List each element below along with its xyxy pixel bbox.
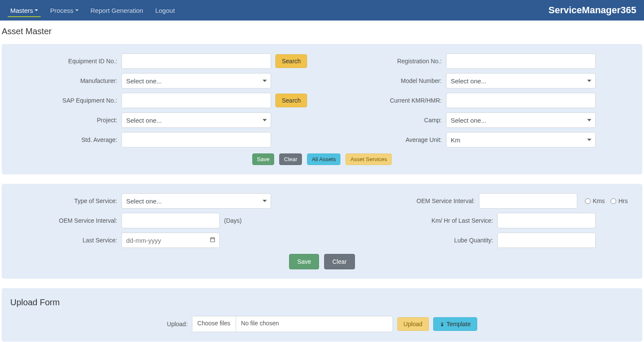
service-panel: Type of Service: OEM Service Interval: K… — [2, 184, 642, 279]
project-label: Project: — [10, 117, 121, 124]
download-icon — [440, 321, 445, 327]
km-hr-last-service-input[interactable] — [497, 213, 596, 228]
sap-equipment-no-label: SAP Equipment No.: — [10, 97, 121, 104]
save-button[interactable]: Save — [252, 153, 275, 165]
sap-equipment-search-button[interactable]: Search — [275, 94, 307, 107]
service-save-button[interactable]: Save — [289, 254, 319, 269]
model-number-label: Model Number: — [335, 77, 446, 84]
std-average-input[interactable] — [121, 132, 271, 147]
oem-service-interval-input[interactable] — [479, 193, 577, 209]
sap-equipment-no-input[interactable] — [121, 93, 271, 108]
lube-quantity-label: Lube Quantity: — [335, 237, 497, 244]
days-suffix: (Days) — [220, 217, 242, 224]
registration-no-input[interactable] — [446, 53, 596, 69]
manufacturer-label: Manufacturer: — [10, 77, 121, 84]
asset-master-panel: Equipment ID No.: Search Registration No… — [2, 44, 642, 174]
oem-service-interval-label: OEM Service Interval: — [316, 198, 479, 204]
choose-files-button[interactable]: Choose files — [192, 316, 236, 332]
service-clear-button[interactable]: Clear — [324, 254, 354, 269]
upload-panel: Upload Form Upload: Choose files No file… — [2, 288, 642, 342]
upload-label: Upload: — [167, 321, 187, 327]
nav-item-process[interactable]: Process — [44, 0, 84, 21]
equipment-id-label: Equipment ID No.: — [10, 58, 121, 65]
type-of-service-label: Type of Service: — [10, 198, 121, 204]
last-service-label: Last Service: — [10, 237, 121, 244]
project-select[interactable] — [121, 112, 271, 128]
manufacturer-select[interactable] — [121, 73, 271, 88]
current-kmr-hmr-label: Current KMR/HMR: — [335, 97, 446, 104]
asset-services-button[interactable]: Asset Services — [346, 153, 392, 165]
current-kmr-hmr-input[interactable] — [446, 93, 596, 108]
upload-button[interactable]: Upload — [397, 317, 429, 331]
nav-item-logout[interactable]: Logout — [149, 0, 181, 21]
nav-label: Report Generation — [91, 7, 143, 14]
all-assets-button[interactable]: All Assets — [307, 153, 340, 165]
chevron-down-icon — [35, 9, 38, 11]
model-number-select[interactable] — [446, 73, 596, 88]
registration-no-label: Registration No.: — [335, 58, 446, 65]
nav-label: Masters — [10, 7, 33, 14]
equipment-id-search-button[interactable]: Search — [275, 54, 307, 68]
average-unit-label: Average Unit: — [335, 136, 446, 143]
oem-service-interval-days-input[interactable] — [121, 213, 220, 228]
asset-action-row: Save Clear All Assets Asset Services — [10, 153, 634, 165]
kms-radio[interactable] — [585, 198, 591, 204]
camp-label: Camp: — [335, 117, 446, 124]
average-unit-select[interactable] — [446, 132, 596, 147]
brand: ServiceManager365 — [549, 5, 640, 16]
nav-left: Masters Process Report Generation Logout — [4, 0, 181, 21]
file-chosen-text: No file chosen — [236, 316, 393, 332]
nav-item-masters[interactable]: Masters — [4, 0, 44, 21]
camp-select[interactable] — [446, 112, 596, 128]
hrs-radio[interactable] — [611, 198, 616, 204]
oem-service-interval-days-label: OEM Service Interval: — [10, 217, 121, 224]
hrs-radio-label[interactable]: Hrs — [611, 198, 628, 204]
last-service-date-input[interactable] — [121, 233, 220, 248]
upload-form-title: Upload Form — [10, 298, 634, 307]
file-chooser[interactable]: Choose files No file chosen — [192, 316, 393, 332]
std-average-label: Std. Average: — [10, 136, 121, 143]
km-hr-last-service-label: Km/ Hr of Last Service: — [335, 217, 497, 224]
page-title: Asset Master — [0, 21, 644, 44]
nav-label: Process — [50, 7, 73, 14]
template-button[interactable]: Template — [433, 317, 477, 331]
lube-quantity-input[interactable] — [497, 233, 596, 248]
chevron-down-icon — [75, 9, 79, 11]
equipment-id-input[interactable] — [121, 53, 271, 69]
nav-item-report-generation[interactable]: Report Generation — [85, 0, 149, 21]
type-of-service-select[interactable] — [121, 193, 271, 209]
service-action-row: Save Clear — [10, 254, 634, 269]
nav-label: Logout — [155, 7, 175, 14]
navbar: Masters Process Report Generation Logout… — [0, 0, 644, 21]
clear-button[interactable]: Clear — [279, 153, 302, 165]
kms-radio-label[interactable]: Kms — [585, 198, 605, 204]
